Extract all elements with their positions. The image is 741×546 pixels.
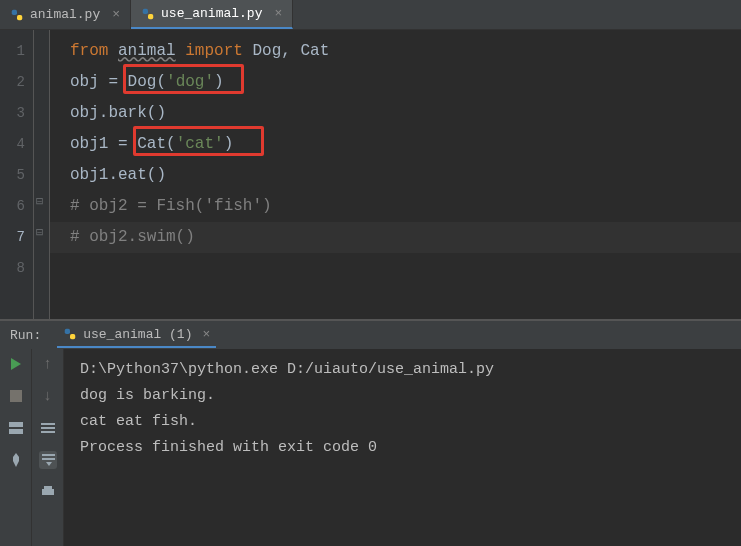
run-label: Run: (10, 328, 41, 343)
pin-icon[interactable] (7, 451, 25, 469)
code-line: obj1 = Cat('cat') (70, 129, 741, 160)
line-number: 7 (0, 222, 25, 253)
close-icon[interactable]: × (274, 6, 282, 21)
svg-rect-7 (10, 390, 22, 402)
fold-marker-icon[interactable]: ⊟ (36, 225, 43, 240)
close-icon[interactable]: × (202, 327, 210, 342)
svg-rect-13 (44, 486, 52, 489)
svg-rect-5 (70, 334, 75, 339)
code-line: obj = Dog('dog') (70, 67, 741, 98)
console-line: cat eat fish. (80, 409, 741, 435)
code-line: obj.bark() (70, 98, 741, 129)
svg-rect-3 (148, 14, 153, 19)
run-tab-label: use_animal (1) (83, 327, 192, 342)
run-main-toolbar (0, 349, 32, 546)
svg-rect-1 (17, 15, 22, 20)
line-number-gutter: 1 2 3 4 5 6 7 8 (0, 30, 34, 319)
svg-rect-2 (143, 8, 148, 13)
layout-icon[interactable] (7, 419, 25, 437)
console-line: dog is barking. (80, 383, 741, 409)
python-file-icon (63, 327, 77, 341)
rerun-icon[interactable] (7, 355, 25, 373)
svg-marker-10 (13, 453, 19, 467)
code-editor[interactable]: from animal import Dog, Cat obj = Dog('d… (50, 30, 741, 319)
fold-marker-icon[interactable]: ⊟ (36, 194, 43, 209)
code-line: # obj2.swim() (70, 222, 741, 253)
tab-label: animal.py (30, 7, 100, 22)
up-arrow-icon[interactable]: ↑ (39, 355, 57, 373)
python-file-icon (10, 8, 24, 22)
close-icon[interactable]: × (112, 7, 120, 22)
line-number: 5 (0, 160, 25, 191)
code-line: obj1.eat() (70, 160, 741, 191)
line-number: 2 (0, 67, 25, 98)
stop-icon[interactable] (7, 387, 25, 405)
run-panel-header: Run: use_animal (1) × (0, 321, 741, 349)
svg-marker-6 (11, 358, 21, 370)
line-number: 1 (0, 36, 25, 67)
console-output[interactable]: D:\Python37\python.exe D:/uiauto/use_ani… (64, 349, 741, 546)
code-line: from animal import Dog, Cat (70, 36, 741, 67)
code-line: # obj2 = Fish('fish') (70, 191, 741, 222)
console-line: D:\Python37\python.exe D:/uiauto/use_ani… (80, 357, 741, 383)
tab-use-animal[interactable]: use_animal.py × (131, 0, 293, 29)
print-icon[interactable] (39, 483, 57, 501)
line-number: 4 (0, 129, 25, 160)
run-sub-toolbar: ↑ ↓ (32, 349, 64, 546)
svg-rect-0 (12, 9, 17, 14)
tab-animal[interactable]: animal.py × (0, 0, 131, 29)
editor-area: 1 2 3 4 5 6 7 8 ⊟ ⊟ from animal import D… (0, 30, 741, 319)
console-line: Process finished with exit code 0 (80, 435, 741, 461)
line-number: 8 (0, 253, 25, 284)
editor-tab-bar: animal.py × use_animal.py × (0, 0, 741, 30)
svg-rect-9 (9, 429, 23, 434)
down-arrow-icon[interactable]: ↓ (39, 387, 57, 405)
run-panel-body: ↑ ↓ D:\Python37\python.exe D:/uiauto/use… (0, 349, 741, 546)
soft-wrap-icon[interactable] (39, 419, 57, 437)
run-config-tab[interactable]: use_animal (1) × (57, 323, 216, 348)
svg-rect-8 (9, 422, 23, 427)
svg-rect-12 (42, 489, 54, 495)
line-number: 3 (0, 98, 25, 129)
tab-label: use_animal.py (161, 6, 262, 21)
svg-rect-4 (65, 329, 70, 334)
svg-marker-11 (46, 462, 52, 466)
fold-gutter: ⊟ ⊟ (34, 30, 50, 319)
run-panel: Run: use_animal (1) × ↑ ↓ D:\Python37\py… (0, 319, 741, 546)
python-file-icon (141, 7, 155, 21)
line-number: 6 (0, 191, 25, 222)
scroll-to-end-icon[interactable] (39, 451, 57, 469)
